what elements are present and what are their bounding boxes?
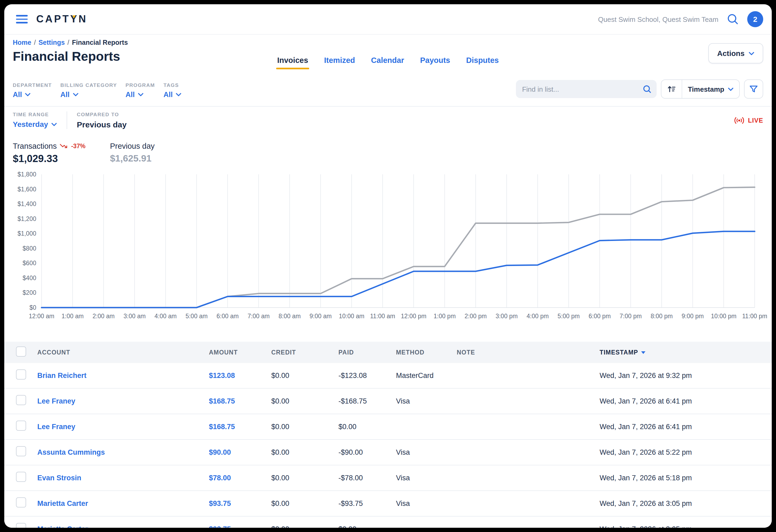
- amount-link[interactable]: $168.75: [209, 397, 271, 405]
- stat-change-badge: -37%: [71, 143, 85, 149]
- credit-value: $0.00: [271, 397, 339, 405]
- compared-to-label: COMPARED TO: [77, 112, 127, 117]
- amount-link[interactable]: $93.75: [209, 500, 271, 508]
- x-tick-label: 1:00 am: [61, 313, 84, 320]
- amount-link[interactable]: $123.08: [209, 372, 271, 379]
- row-checkbox[interactable]: [16, 472, 26, 482]
- method-value: Visa: [396, 397, 457, 405]
- timestamp-value: Wed, Jan 7, 2026 at 5:22 pm: [600, 448, 772, 456]
- x-tick-label: 2:00 pm: [464, 313, 487, 320]
- column-header-credit[interactable]: CREDIT: [271, 349, 339, 356]
- row-checkbox[interactable]: [16, 497, 26, 508]
- column-header-note[interactable]: NOTE: [457, 349, 600, 356]
- paid-value: $0.00: [339, 423, 396, 431]
- table-header: ACCOUNT AMOUNT CREDIT PAID METHOD NOTE T…: [4, 342, 772, 363]
- filter-billing-category: BILLING CATEGORY All: [60, 82, 117, 99]
- tags-dropdown[interactable]: All: [163, 91, 181, 99]
- compared-to-group: COMPARED TO Previous day: [67, 112, 127, 129]
- filter-button[interactable]: [744, 79, 763, 99]
- tab-disputes[interactable]: Disputes: [466, 56, 499, 64]
- amount-link[interactable]: $168.75: [209, 423, 271, 431]
- billing-category-dropdown[interactable]: All: [60, 91, 117, 99]
- x-tick-label: 12:00 pm: [401, 313, 426, 320]
- tab-calendar[interactable]: Calendar: [371, 56, 404, 64]
- program-dropdown[interactable]: All: [126, 91, 155, 99]
- timestamp-value: Wed, Jan 7, 2026 at 9:32 pm: [600, 372, 772, 379]
- tab-invoices[interactable]: Invoices: [277, 56, 308, 64]
- y-tick-label: $600: [23, 259, 36, 267]
- paid-value: -$78.00: [339, 474, 396, 482]
- table-row: Marietta Carter$93.75$0.00$0.00Wed, Jan …: [4, 517, 772, 528]
- transactions-stat: Transactions -37% $1,029.33: [13, 142, 85, 165]
- sort-direction-button[interactable]: [661, 80, 682, 98]
- sort-field-label: Timestamp: [688, 85, 724, 93]
- stat-value: $1,029.33: [13, 153, 85, 165]
- chevron-down-icon: [749, 51, 754, 55]
- credit-value: $0.00: [271, 500, 339, 508]
- filter-program: PROGRAM All: [126, 82, 155, 99]
- chevron-down-icon: [73, 93, 78, 97]
- x-tick-label: 12:00 am: [29, 313, 54, 320]
- filter-department: DEPARTMENT All: [13, 82, 52, 99]
- account-link[interactable]: Marietta Carter: [37, 525, 209, 528]
- logo-text-pre: CAPT: [36, 13, 70, 24]
- x-tick-label: 8:00 am: [278, 313, 301, 320]
- timestamp-value: Wed, Jan 7, 2026 at 6:41 pm: [600, 423, 772, 431]
- row-checkbox[interactable]: [16, 523, 26, 528]
- column-header-method[interactable]: METHOD: [396, 349, 457, 356]
- account-link[interactable]: Marietta Carter: [37, 500, 209, 508]
- breadcrumb-settings[interactable]: Settings: [38, 39, 65, 46]
- list-controls: Timestamp: [516, 79, 763, 99]
- breadcrumb-current: Financial Reports: [72, 39, 128, 46]
- account-link[interactable]: Assunta Cummings: [37, 448, 209, 456]
- account-link[interactable]: Evan Strosin: [37, 474, 209, 482]
- live-label: LIVE: [748, 117, 763, 124]
- chevron-down-icon: [138, 93, 143, 97]
- account-link[interactable]: Lee Franey: [37, 397, 209, 405]
- account-link[interactable]: Lee Franey: [37, 423, 209, 431]
- y-tick-label: $200: [23, 289, 36, 296]
- chevron-down-icon: [25, 93, 31, 97]
- amount-link[interactable]: $78.00: [209, 474, 271, 482]
- transactions-chart: $0$200$400$600$800$1,000$1,200$1,400$1,6…: [13, 170, 763, 330]
- search-icon[interactable]: [726, 12, 740, 26]
- column-header-account[interactable]: ACCOUNT: [37, 349, 209, 356]
- tab-bar: Invoices Itemized Calendar Payouts Dispu…: [277, 56, 499, 64]
- timestamp-value: Wed, Jan 7, 2026 at 3:05 pm: [600, 500, 772, 508]
- row-checkbox[interactable]: [16, 395, 26, 405]
- tab-itemized[interactable]: Itemized: [324, 56, 355, 64]
- time-range-dropdown[interactable]: Yesterday: [13, 120, 57, 129]
- time-range-label: TIME RANGE: [13, 112, 57, 117]
- column-header-timestamp[interactable]: TIMESTAMP: [600, 349, 772, 356]
- column-header-paid[interactable]: PAID: [339, 349, 396, 356]
- notification-badge[interactable]: 2: [747, 11, 763, 27]
- account-context: Quest Swim School, Quest Swim Team: [598, 15, 719, 23]
- previous-day-stat: Previous day $1,625.91: [110, 142, 155, 165]
- row-checkbox[interactable]: [16, 369, 26, 379]
- stat-value: $1,625.91: [110, 153, 155, 164]
- menu-icon[interactable]: [16, 15, 28, 23]
- amount-link[interactable]: $93.75: [209, 525, 271, 528]
- column-header-amount[interactable]: AMOUNT: [209, 349, 271, 356]
- breadcrumb-home[interactable]: Home: [13, 39, 31, 46]
- method-value: Visa: [396, 474, 457, 482]
- paid-value: -$93.75: [339, 500, 396, 508]
- sort-field-button[interactable]: Timestamp: [682, 80, 739, 98]
- method-value: Visa: [396, 500, 457, 508]
- account-link[interactable]: Brian Reichert: [37, 372, 209, 379]
- x-tick-label: 5:00 pm: [558, 313, 580, 320]
- y-tick-label: $0: [29, 304, 36, 311]
- search-input[interactable]: [516, 80, 656, 98]
- amount-link[interactable]: $90.00: [209, 448, 271, 456]
- x-tick-label: 7:00 pm: [620, 313, 642, 320]
- row-checkbox[interactable]: [16, 420, 26, 431]
- row-checkbox[interactable]: [16, 446, 26, 456]
- breadcrumb: Home / Settings / Financial Reports: [13, 39, 763, 46]
- select-all-checkbox[interactable]: [16, 346, 26, 356]
- actions-button[interactable]: Actions: [708, 43, 763, 63]
- x-tick-label: 10:00 pm: [711, 313, 737, 320]
- tab-payouts[interactable]: Payouts: [420, 56, 450, 64]
- y-tick-label: $1,000: [18, 230, 36, 237]
- trend-down-icon: [60, 143, 68, 149]
- department-dropdown[interactable]: All: [13, 91, 52, 99]
